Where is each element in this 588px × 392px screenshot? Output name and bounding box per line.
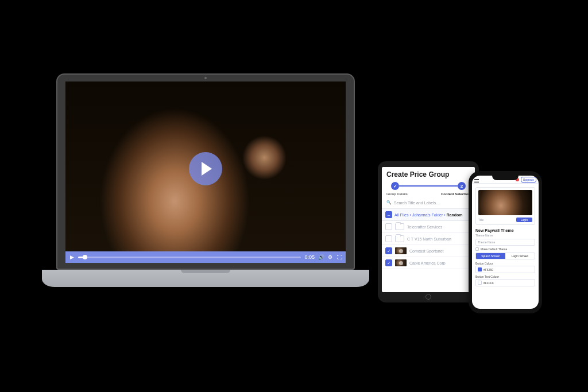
step-labels: Group Details Content Selection bbox=[382, 191, 475, 199]
search-icon[interactable]: 🔍 bbox=[386, 200, 392, 205]
breadcrumb-row: – All Files › Johanna's Folder › Random bbox=[382, 208, 475, 221]
video-controls: ▶ 0:05 🔊 ⚙ ⛶ bbox=[65, 251, 346, 263]
step-1-dot[interactable]: ✓ bbox=[391, 182, 399, 190]
tab-splash[interactable]: Splash Screen bbox=[476, 253, 505, 259]
video-thumbnail bbox=[395, 247, 407, 254]
default-theme-label: Make Default Theme bbox=[481, 247, 507, 251]
laptop-bezel: ▶ 0:05 🔊 ⚙ ⛶ bbox=[56, 73, 355, 270]
screen-segmented-control[interactable]: Splash Screen Login Screen bbox=[475, 253, 535, 259]
login-button[interactable]: Login bbox=[516, 218, 532, 222]
row-checkbox[interactable]: ✓ bbox=[385, 259, 392, 266]
phone-mockup: Upgrade Title Login New Paywall Theme Th… bbox=[469, 171, 542, 313]
webcam-icon bbox=[204, 77, 207, 79]
list-item[interactable]: ✓ Comcast Sportsnet bbox=[382, 245, 475, 257]
button-text-colour-value: #FFFFF bbox=[483, 281, 494, 285]
page-title: Create Price Group bbox=[382, 167, 475, 181]
phone-notch bbox=[492, 174, 519, 180]
play-small-icon[interactable]: ▶ bbox=[69, 254, 75, 260]
row-checkbox[interactable]: ✓ bbox=[385, 247, 392, 254]
row-checkbox[interactable] bbox=[385, 223, 392, 230]
theme-name-input[interactable]: Theme Name bbox=[475, 239, 535, 246]
button-colour-field[interactable]: #F5250 bbox=[475, 266, 535, 273]
play-icon bbox=[202, 162, 212, 176]
button-colour-value: #F5250 bbox=[483, 268, 493, 271]
tablet-screen: Create Price Group ✓ 2 Group Details Con… bbox=[382, 167, 475, 292]
fullscreen-icon[interactable]: ⛶ bbox=[336, 254, 342, 260]
list-item[interactable]: C T V15 North Suburban bbox=[382, 233, 475, 245]
colour-swatch-icon bbox=[478, 267, 482, 271]
button-text-colour-label: Button Text Colour bbox=[475, 275, 535, 278]
default-theme-checkbox[interactable] bbox=[475, 247, 479, 251]
list-item[interactable]: ✓ Cable America Corp bbox=[382, 257, 475, 269]
preview-video bbox=[478, 190, 532, 215]
paywall-form: New Paywall Theme Theme Name Theme Name … bbox=[472, 226, 539, 288]
video-thumbnail bbox=[395, 259, 407, 266]
step-1-label: Group Details bbox=[386, 192, 408, 196]
volume-icon[interactable]: 🔊 bbox=[318, 254, 324, 260]
search-row: 🔍 Search Title and Labels… bbox=[382, 199, 475, 208]
tablet-mockup: Create Price Group ✓ 2 Group Details Con… bbox=[378, 161, 479, 302]
progress-bar[interactable] bbox=[78, 257, 301, 258]
step-connector bbox=[399, 185, 458, 187]
laptop-base bbox=[42, 270, 369, 287]
folder-icon bbox=[395, 235, 404, 242]
progress-stepper: ✓ 2 bbox=[382, 181, 475, 191]
row-label: C T V15 North Suburban bbox=[407, 237, 451, 241]
row-label: Telecrafter Services bbox=[407, 225, 442, 229]
home-button[interactable] bbox=[425, 294, 431, 300]
preview-title: Title bbox=[478, 218, 483, 222]
tab-login[interactable]: Login Screen bbox=[505, 253, 535, 259]
row-label: Cable America Corp bbox=[409, 261, 446, 265]
form-heading: New Paywall Theme bbox=[475, 228, 535, 232]
theme-name-label: Theme Name bbox=[475, 234, 535, 237]
row-label: Comcast Sportsnet bbox=[409, 249, 444, 253]
upgrade-button[interactable]: Upgrade bbox=[521, 177, 536, 183]
paywall-preview: Title Login bbox=[475, 187, 535, 225]
play-button[interactable] bbox=[189, 152, 222, 185]
time-label: 0:05 bbox=[304, 254, 315, 260]
menu-icon[interactable] bbox=[474, 179, 479, 183]
list-item[interactable]: Telecrafter Services bbox=[382, 221, 475, 233]
settings-icon[interactable]: ⚙ bbox=[327, 254, 333, 260]
default-theme-row[interactable]: Make Default Theme bbox=[475, 247, 535, 251]
folder-icon bbox=[395, 223, 404, 230]
video-player[interactable]: ▶ 0:05 🔊 ⚙ ⛶ bbox=[65, 81, 346, 263]
progress-handle[interactable] bbox=[83, 255, 87, 259]
laptop-mockup: ▶ 0:05 🔊 ⚙ ⛶ bbox=[42, 73, 369, 297]
select-all-checkbox[interactable]: – bbox=[385, 211, 392, 218]
phone-screen: Upgrade Title Login New Paywall Theme Th… bbox=[472, 176, 539, 309]
button-text-colour-field[interactable]: #FFFFF bbox=[475, 279, 535, 286]
breadcrumb[interactable]: All Files › Johanna's Folder › Random bbox=[394, 213, 463, 217]
search-input[interactable]: Search Title and Labels… bbox=[394, 201, 440, 205]
step-2-dot[interactable]: 2 bbox=[458, 182, 466, 190]
colour-swatch-icon bbox=[478, 281, 482, 285]
step-2-label: Content Selection bbox=[441, 192, 470, 196]
row-checkbox[interactable] bbox=[385, 235, 392, 242]
button-colour-label: Button Colour bbox=[475, 262, 535, 265]
